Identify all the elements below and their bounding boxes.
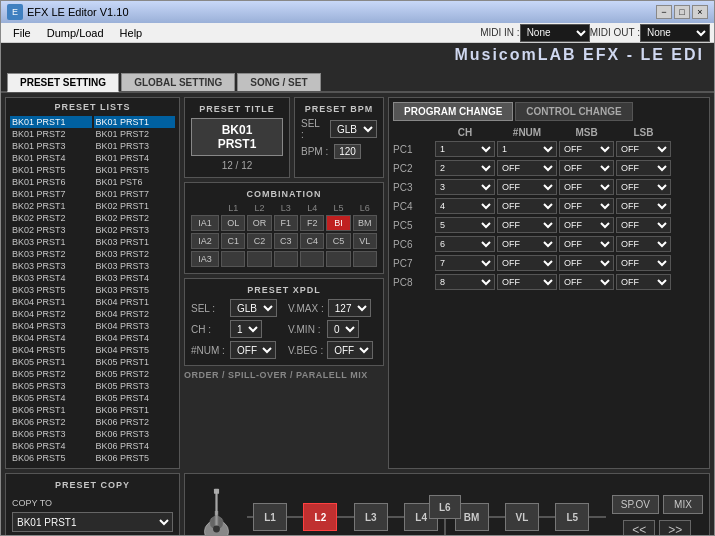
copy-to-select[interactable]: BK01 PRST1: [12, 512, 173, 532]
tab-control-change[interactable]: CONTROL CHANGE: [515, 102, 632, 121]
chain-node-l2[interactable]: L2: [303, 503, 337, 531]
chain-node-l6-elevated[interactable]: L6: [429, 495, 461, 519]
pc-msb-select-1[interactable]: OFF: [559, 160, 614, 176]
preset-list-item[interactable]: BK06 PRST4: [94, 440, 176, 452]
chain-node-l5[interactable]: L5: [555, 503, 589, 531]
chain-node-l1[interactable]: L1: [253, 503, 287, 531]
combo-ia3-3[interactable]: [274, 251, 298, 267]
preset-list-item[interactable]: BK06 PRST5: [10, 452, 92, 464]
pc-lsb-select-3[interactable]: OFF: [616, 198, 671, 214]
preset-list-item[interactable]: BK01 PRST5: [94, 164, 176, 176]
xpdl-vmin-select[interactable]: 0: [327, 320, 359, 338]
pc-num-select-5[interactable]: OFF: [497, 236, 557, 252]
preset-list-item[interactable]: BK04 PRST4: [94, 332, 176, 344]
combo-ia2-c4[interactable]: C4: [300, 233, 324, 249]
midi-out-select[interactable]: None: [640, 24, 710, 42]
pc-msb-select-4[interactable]: OFF: [559, 217, 614, 233]
preset-list-item[interactable]: BK01 PRST2: [10, 128, 92, 140]
pc-ch-select-7[interactable]: 8: [435, 274, 495, 290]
pc-num-select-2[interactable]: OFF: [497, 179, 557, 195]
pc-lsb-select-6[interactable]: OFF: [616, 255, 671, 271]
xpdl-vmax-select[interactable]: 127: [328, 299, 371, 317]
preset-list-item[interactable]: BK04 PRST5: [94, 344, 176, 356]
preset-list-item[interactable]: BK04 PRST4: [10, 332, 92, 344]
preset-list-item[interactable]: BK03 PRST3: [10, 260, 92, 272]
pc-num-select-1[interactable]: OFF: [497, 160, 557, 176]
preset-list-item[interactable]: BK03 PRST5: [10, 284, 92, 296]
tab-preset-setting[interactable]: PRESET SETTING: [7, 73, 119, 92]
preset-list-item[interactable]: BK01 PRST4: [10, 152, 92, 164]
combo-ia2-c2[interactable]: C2: [247, 233, 271, 249]
menu-help[interactable]: Help: [112, 25, 151, 41]
pc-ch-select-1[interactable]: 2: [435, 160, 495, 176]
preset-list-item[interactable]: BK04 PRST5: [10, 344, 92, 356]
tab-global-setting[interactable]: GLOBAL SETTING: [121, 73, 235, 91]
combo-ia3-2[interactable]: [247, 251, 271, 267]
preset-list-item[interactable]: BK06 PRST2: [10, 416, 92, 428]
preset-list-item[interactable]: BK03 PRST4: [94, 272, 176, 284]
combo-ia1-ol[interactable]: OL: [221, 215, 245, 231]
preset-list-item[interactable]: BK04 PRST3: [94, 320, 176, 332]
preset-list-item[interactable]: BK01 PRST2: [94, 128, 176, 140]
combo-ia3-1[interactable]: [221, 251, 245, 267]
combo-ia1-f2[interactable]: F2: [300, 215, 324, 231]
preset-list-item[interactable]: BK01 PRST5: [10, 164, 92, 176]
preset-list-item[interactable]: BK04 PRST1: [94, 296, 176, 308]
xpdl-vbeg-select[interactable]: OFF: [327, 341, 373, 359]
preset-list-item[interactable]: BK03 PRST2: [94, 248, 176, 260]
pc-num-select-0[interactable]: 1: [497, 141, 557, 157]
pc-num-select-3[interactable]: OFF: [497, 198, 557, 214]
preset-list-item[interactable]: BK04 PRST2: [10, 308, 92, 320]
menu-dumpload[interactable]: Dump/Load: [39, 25, 112, 41]
pc-lsb-select-2[interactable]: OFF: [616, 179, 671, 195]
pc-ch-select-3[interactable]: 4: [435, 198, 495, 214]
combo-ia1-f1[interactable]: F1: [274, 215, 298, 231]
pc-lsb-select-5[interactable]: OFF: [616, 236, 671, 252]
preset-col-1[interactable]: BK01 PRST1BK01 PRST2BK01 PRST3BK01 PRST4…: [10, 116, 92, 464]
preset-list-item[interactable]: BK06 PRST3: [10, 428, 92, 440]
preset-list-item[interactable]: BK02 PRST1: [94, 200, 176, 212]
preset-title-button[interactable]: BK01 PRST1: [191, 118, 283, 156]
minimize-button[interactable]: −: [656, 5, 672, 19]
preset-list-item[interactable]: BK03 PRST4: [10, 272, 92, 284]
preset-list-item[interactable]: BK06 PRST4: [10, 440, 92, 452]
preset-list-item[interactable]: BK05 PRST2: [94, 368, 176, 380]
preset-col-2[interactable]: BK01 PRST1BK01 PRST2BK01 PRST3BK01 PRST4…: [94, 116, 176, 464]
combo-ia1-bi[interactable]: BI: [326, 215, 350, 231]
combo-ia2-vl[interactable]: VL: [353, 233, 377, 249]
pc-msb-select-0[interactable]: OFF: [559, 141, 614, 157]
preset-list-item[interactable]: BK01 PRST7: [10, 188, 92, 200]
preset-list-item[interactable]: BK01 PRST3: [94, 140, 176, 152]
pc-msb-select-3[interactable]: OFF: [559, 198, 614, 214]
preset-list-item[interactable]: BK04 PRST2: [94, 308, 176, 320]
preset-list-item[interactable]: BK06 PRST1: [94, 404, 176, 416]
combo-ia1-or[interactable]: OR: [247, 215, 271, 231]
preset-list-item[interactable]: BK05 PRST4: [10, 392, 92, 404]
combo-ia2-c5[interactable]: C5: [326, 233, 350, 249]
pc-ch-select-2[interactable]: 3: [435, 179, 495, 195]
pc-ch-select-0[interactable]: 1: [435, 141, 495, 157]
preset-list-item[interactable]: BK04 PRST1: [10, 296, 92, 308]
pc-lsb-select-1[interactable]: OFF: [616, 160, 671, 176]
preset-list-item[interactable]: BK03 PRST3: [94, 260, 176, 272]
preset-list-item[interactable]: BK01 PRST4: [94, 152, 176, 164]
prev-button[interactable]: <<: [623, 520, 655, 536]
combo-ia1-bm[interactable]: BM: [353, 215, 377, 231]
pc-num-select-4[interactable]: OFF: [497, 217, 557, 233]
close-button[interactable]: ×: [692, 5, 708, 19]
pc-lsb-select-4[interactable]: OFF: [616, 217, 671, 233]
combo-ia2-c3[interactable]: C3: [274, 233, 298, 249]
preset-list-item[interactable]: BK02 PRST3: [94, 224, 176, 236]
maximize-button[interactable]: □: [674, 5, 690, 19]
preset-list-item[interactable]: BK03 PRST2: [10, 248, 92, 260]
preset-list-item[interactable]: BK03 PRST1: [94, 236, 176, 248]
preset-list-item[interactable]: BK01 PRST7: [94, 188, 176, 200]
chain-node-vl[interactable]: VL: [505, 503, 539, 531]
preset-list-item[interactable]: BK05 PRST4: [94, 392, 176, 404]
preset-list-item[interactable]: BK02 PRST2: [10, 212, 92, 224]
preset-list-item[interactable]: BK05 PRST1: [94, 356, 176, 368]
preset-list-item[interactable]: BK06 PRST3: [94, 428, 176, 440]
xpdl-num-select[interactable]: OFF: [230, 341, 276, 359]
preset-list-item[interactable]: BK01 PST6: [94, 176, 176, 188]
pc-ch-select-5[interactable]: 6: [435, 236, 495, 252]
